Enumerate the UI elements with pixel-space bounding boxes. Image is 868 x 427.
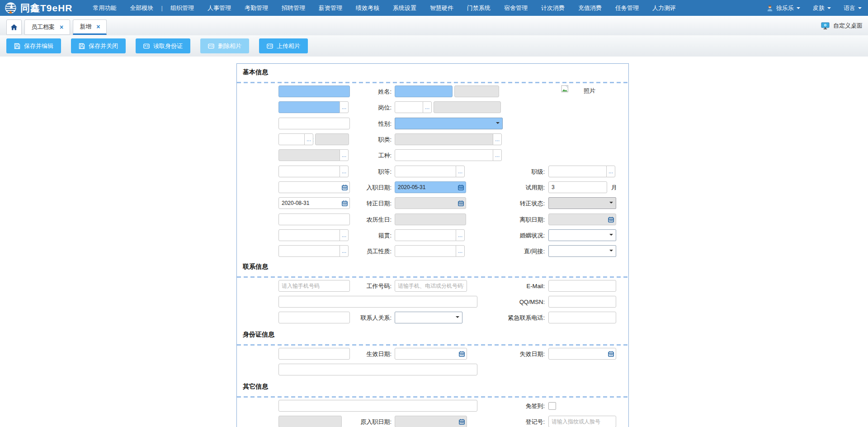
direct-indirect-select[interactable] bbox=[548, 245, 616, 257]
job-rank-field: ... bbox=[548, 166, 615, 178]
household-address-input[interactable] bbox=[278, 364, 477, 375]
employee-type-label: 员工性质: bbox=[315, 245, 392, 257]
skin-menu[interactable]: 皮肤 bbox=[813, 4, 831, 12]
probation-input[interactable] bbox=[548, 181, 607, 193]
nav-item-8[interactable]: 绩效考核 bbox=[349, 0, 386, 16]
form-row: 部门:...岗位:... bbox=[237, 101, 628, 114]
toolbar-button-label: 保存并编辑 bbox=[24, 42, 53, 50]
contact-relation-select[interactable] bbox=[395, 312, 462, 323]
job-rank-lookup-button[interactable]: ... bbox=[606, 166, 615, 177]
work-phone-input[interactable] bbox=[395, 280, 467, 292]
tab-2[interactable]: 新增× bbox=[73, 19, 107, 35]
qq-msn-input[interactable] bbox=[548, 296, 616, 308]
regular-date-date-input bbox=[395, 197, 466, 209]
lunar-birthday-input bbox=[395, 214, 466, 225]
registration-no-input[interactable] bbox=[548, 416, 616, 427]
nav-item-13[interactable]: 计次消费 bbox=[534, 0, 571, 16]
top-nav: 同鑫T9eHR 常用功能全部模块|组织管理人事管理考勤管理招聘管理薪资管理绩效考… bbox=[0, 0, 868, 16]
job-rank-input[interactable] bbox=[548, 166, 607, 177]
position-input[interactable] bbox=[395, 101, 424, 113]
save-icon bbox=[79, 43, 85, 49]
nav-item-5[interactable]: 考勤管理 bbox=[238, 0, 275, 16]
calendar-icon[interactable] bbox=[458, 185, 464, 190]
remark-input[interactable] bbox=[278, 400, 477, 412]
name-label: 姓名: bbox=[315, 85, 392, 98]
expiry-date-date-input[interactable] bbox=[548, 348, 616, 360]
native-place-field: ... bbox=[395, 229, 465, 242]
tab-1[interactable]: 员工档案× bbox=[24, 19, 70, 35]
calendar-icon[interactable] bbox=[458, 200, 464, 206]
job-rank-label: 职级: bbox=[468, 166, 545, 178]
calendar-icon[interactable] bbox=[459, 419, 465, 425]
job-grade-label: 职等: bbox=[315, 166, 392, 178]
calendar-icon[interactable] bbox=[608, 351, 614, 357]
probation-unit: 月 bbox=[611, 181, 617, 194]
position-lookup-button[interactable]: ... bbox=[423, 101, 432, 113]
section-divider bbox=[237, 344, 628, 346]
hire-date-date-input[interactable]: 2020-05-31 bbox=[395, 181, 466, 193]
employee-type-field: ... bbox=[395, 245, 465, 257]
toolbar-button-2[interactable]: 保存并关闭 bbox=[71, 38, 126, 53]
nav-item-6[interactable]: 招聘管理 bbox=[275, 0, 312, 16]
card-icon bbox=[208, 43, 214, 49]
name-input[interactable] bbox=[395, 85, 453, 97]
calendar-icon[interactable] bbox=[608, 217, 614, 223]
work-type-lookup-button[interactable]: ... bbox=[493, 149, 502, 161]
job-category-lookup-button[interactable]: ... bbox=[493, 133, 502, 145]
nav-item-7[interactable]: 薪资管理 bbox=[312, 0, 349, 16]
dropdown-arrow-icon bbox=[609, 250, 613, 253]
dropdown-arrow-icon bbox=[496, 122, 500, 126]
form-row: 公历生日:农历生日:离职日期: bbox=[237, 214, 628, 226]
gender-field bbox=[395, 118, 503, 130]
nav-item-14[interactable]: 充值消费 bbox=[571, 0, 609, 16]
effective-date-date-input[interactable] bbox=[395, 348, 467, 360]
language-menu[interactable]: 语言 bbox=[844, 4, 862, 12]
email-input[interactable] bbox=[548, 280, 616, 292]
toolbar-button-5[interactable]: 上传相片 bbox=[259, 38, 308, 53]
close-icon[interactable]: × bbox=[60, 24, 63, 30]
app-logo: 同鑫T9eHR bbox=[5, 2, 73, 14]
toolbar-button-1[interactable]: 保存并编辑 bbox=[6, 38, 61, 53]
nav-item-4[interactable]: 人事管理 bbox=[201, 0, 238, 16]
no-sign-in-checkbox[interactable] bbox=[548, 402, 556, 410]
expiry-date-label: 失效日期: bbox=[468, 348, 545, 360]
custom-desktop-button[interactable]: 自定义桌面 bbox=[821, 22, 863, 30]
direct-indirect-label: 直/间接: bbox=[468, 245, 545, 257]
section-title: 基本信息 bbox=[243, 68, 268, 76]
home-tab[interactable] bbox=[6, 19, 22, 35]
user-menu[interactable]: 徐乐乐 bbox=[766, 4, 800, 12]
address-input[interactable] bbox=[278, 296, 477, 308]
native-place-input[interactable] bbox=[395, 229, 457, 241]
pre-regular-date-value: 2020-08-31 bbox=[282, 200, 309, 206]
nav-item-15[interactable]: 任务管理 bbox=[609, 0, 646, 16]
job-grade-lookup-button[interactable]: ... bbox=[456, 166, 465, 177]
duty-input[interactable] bbox=[278, 133, 305, 145]
close-icon[interactable]: × bbox=[96, 24, 100, 30]
employee-type-input[interactable] bbox=[395, 245, 457, 257]
nav-item-16[interactable]: 人力测评 bbox=[646, 0, 683, 16]
position-field: ... bbox=[395, 101, 501, 114]
skin-label: 皮肤 bbox=[813, 4, 825, 12]
toolbar-button-3[interactable]: 读取身份证 bbox=[136, 38, 190, 53]
no-sign-in-field bbox=[548, 400, 556, 412]
tab-bar: 员工档案×新增× 自定义桌面 bbox=[0, 16, 868, 35]
nav-item-3[interactable]: 组织管理 bbox=[164, 0, 201, 16]
nav-item-10[interactable]: 智慧硬件 bbox=[423, 0, 460, 16]
native-place-lookup-button[interactable]: ... bbox=[456, 229, 465, 241]
job-grade-input[interactable] bbox=[395, 166, 457, 177]
nav-item-2[interactable]: 全部模块 bbox=[123, 0, 160, 16]
nav-item-12[interactable]: 宿舍管理 bbox=[497, 0, 534, 16]
employee-type-lookup-button[interactable]: ... bbox=[456, 245, 465, 257]
emergency-phone-input[interactable] bbox=[548, 312, 616, 323]
nav-item-9[interactable]: 系统设置 bbox=[386, 0, 423, 16]
marital-status-select[interactable] bbox=[548, 229, 616, 241]
calendar-icon[interactable] bbox=[459, 351, 465, 357]
toolbar-button-label: 删除相片 bbox=[218, 42, 241, 50]
nav-item-1[interactable]: 常用功能 bbox=[86, 0, 123, 16]
nav-item-11[interactable]: 门禁系统 bbox=[460, 0, 497, 16]
duty-lookup-button[interactable]: ... bbox=[304, 133, 313, 145]
job-category-input bbox=[395, 133, 494, 145]
form-row: 户籍地址: bbox=[237, 364, 628, 376]
work-type-input[interactable] bbox=[395, 149, 494, 161]
gender-select[interactable] bbox=[395, 118, 503, 129]
